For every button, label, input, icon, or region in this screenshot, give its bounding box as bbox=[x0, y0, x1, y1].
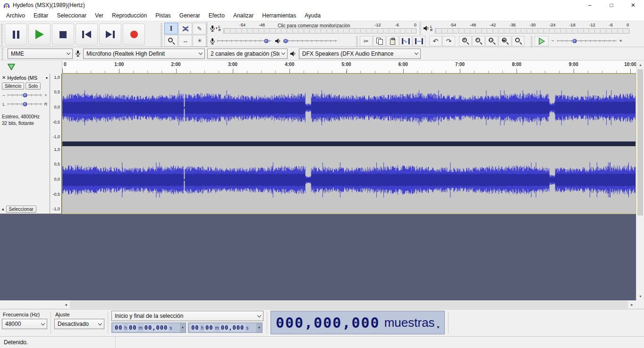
multi-tool-button[interactable]: ✳ bbox=[193, 35, 206, 47]
mute-button[interactable]: Silencio bbox=[2, 83, 24, 90]
paste-button[interactable] bbox=[386, 36, 399, 46]
toolbar-gripper[interactable] bbox=[531, 35, 533, 47]
waveform-left-channel[interactable] bbox=[62, 74, 636, 141]
scroll-up-button[interactable]: ▴ bbox=[636, 61, 644, 69]
zoom-in-button[interactable]: + bbox=[459, 36, 472, 46]
toolbar-gripper[interactable] bbox=[206, 35, 208, 47]
recording-device-select[interactable]: Micrófono (Realtek High Definit bbox=[83, 49, 205, 59]
minimize-button[interactable]: – bbox=[579, 0, 601, 10]
zoom-tool-button[interactable] bbox=[164, 35, 178, 47]
sample-rate-select[interactable]: 48000 bbox=[2, 319, 47, 329]
record-button[interactable] bbox=[123, 24, 145, 45]
menu-item[interactable]: Ver bbox=[91, 11, 108, 20]
pan-slider[interactable] bbox=[7, 101, 43, 108]
selection-mode-select[interactable]: Inicio y final de la selección bbox=[111, 311, 263, 321]
fit-project-button[interactable] bbox=[499, 36, 511, 46]
audio-position-counter[interactable]: 000,000,000 muestras ▾ bbox=[271, 311, 445, 334]
select-track-button[interactable]: Seleccionar bbox=[6, 206, 36, 213]
redo-button[interactable]: ↷ bbox=[442, 36, 455, 46]
silence-selection-button[interactable] bbox=[413, 36, 425, 46]
scroll-left-button[interactable]: ◂ bbox=[62, 302, 70, 307]
menu-item[interactable]: Generar bbox=[175, 11, 204, 20]
selection-tool-button[interactable]: I bbox=[164, 23, 178, 34]
channel-separator[interactable] bbox=[62, 141, 636, 146]
horizontal-scrollbar[interactable]: ◂ ▸ bbox=[62, 300, 636, 309]
speed-min-label: − bbox=[551, 39, 554, 43]
recording-volume-slider[interactable] bbox=[216, 38, 272, 44]
vertical-scrollbar[interactable]: ▴ ▾ bbox=[636, 61, 644, 300]
pulldown-triangle-icon bbox=[7, 63, 16, 71]
meter-tick-label: -54 bbox=[239, 23, 246, 27]
playback-volume-slider[interactable] bbox=[282, 38, 338, 44]
solo-button[interactable]: Solo bbox=[25, 83, 41, 90]
menu-item[interactable]: Ayuda bbox=[300, 11, 325, 20]
recording-volume-thumb[interactable] bbox=[264, 39, 269, 43]
close-button[interactable]: ✕ bbox=[622, 0, 644, 10]
time-shift-tool-button[interactable]: ↔ bbox=[178, 35, 192, 47]
menu-item[interactable]: Archivo bbox=[2, 11, 29, 20]
monitoring-message[interactable]: Clic para comenzar monitorización bbox=[278, 23, 350, 28]
menu-item[interactable]: Reproducción bbox=[108, 11, 151, 20]
undo-button[interactable]: ↶ bbox=[429, 36, 442, 46]
pause-button[interactable] bbox=[5, 24, 27, 45]
playback-meter[interactable]: -54-48-42-36-30-24-18-12-60 bbox=[434, 23, 630, 34]
toolbar-gripper[interactable] bbox=[161, 23, 162, 47]
waveform-right-channel[interactable] bbox=[62, 146, 636, 214]
scroll-down-button[interactable]: ▾ bbox=[636, 292, 644, 300]
pan-thumb[interactable] bbox=[23, 102, 27, 107]
menu-item[interactable]: Pistas bbox=[151, 11, 175, 20]
horizontal-scroll-track[interactable] bbox=[70, 300, 628, 309]
gain-thumb[interactable] bbox=[23, 93, 27, 98]
skip-to-end-button[interactable] bbox=[99, 24, 121, 45]
vertical-ruler[interactable]: 1,00,50,0-0,5-1,0 1,00,50,0-0,5-1,0 bbox=[50, 74, 62, 214]
time-format-caret-icon[interactable]: ▾ bbox=[180, 323, 186, 332]
selection-start-field[interactable]: 00h 00m 00,000s ▾ bbox=[111, 323, 186, 333]
timeline-options-button[interactable] bbox=[6, 62, 17, 72]
zoom-out-button[interactable]: − bbox=[472, 36, 485, 46]
menu-item[interactable]: Seleccionar bbox=[52, 11, 91, 20]
play-button[interactable] bbox=[28, 24, 51, 45]
audio-host-select[interactable]: MME bbox=[8, 49, 73, 59]
snap-select[interactable]: Desactivado bbox=[54, 319, 104, 329]
menu-item[interactable]: Herramientas bbox=[258, 11, 300, 20]
toolbar-gripper[interactable] bbox=[419, 22, 421, 34]
fit-selection-button[interactable] bbox=[485, 36, 498, 46]
menu-item[interactable]: Efecto bbox=[204, 11, 229, 20]
maximize-button[interactable]: □ bbox=[601, 0, 622, 10]
draw-tool-button[interactable]: ✎ bbox=[193, 23, 206, 34]
selection-end-field[interactable]: 00h 00m 00,000s ▾ bbox=[188, 323, 263, 333]
counter-format-caret-icon[interactable]: ▾ bbox=[437, 324, 440, 330]
track-close-button[interactable]: ✕ bbox=[2, 75, 6, 80]
time-format-caret-icon[interactable]: ▾ bbox=[256, 323, 262, 332]
track-menu-caret-icon[interactable]: ▾ bbox=[46, 76, 48, 80]
collapse-track-button[interactable]: ▴ bbox=[2, 207, 4, 211]
play-at-speed-button[interactable] bbox=[534, 36, 549, 46]
recording-meter[interactable]: -54-48-12-60 Clic para comenzar monitori… bbox=[222, 23, 417, 34]
track-name[interactable]: Hydefos (MS bbox=[7, 75, 45, 81]
toolbar-gripper[interactable] bbox=[1, 47, 3, 60]
envelope-tool-button[interactable] bbox=[178, 23, 192, 34]
zoom-toggle-button[interactable] bbox=[512, 36, 525, 46]
toolbar-gripper[interactable] bbox=[206, 22, 208, 34]
playback-speed-thumb[interactable] bbox=[572, 39, 576, 43]
scroll-right-button[interactable]: ▸ bbox=[628, 302, 636, 307]
copy-button[interactable] bbox=[373, 36, 386, 46]
playback-device-select[interactable]: DFX Speakers (DFX Audio Enhance bbox=[299, 49, 421, 59]
vertical-scroll-thumb[interactable] bbox=[637, 69, 643, 215]
cut-button[interactable]: ✂ bbox=[360, 36, 373, 46]
track-view[interactable]: ✕ Hydefos (MS ▾ Silencio Solo – + bbox=[0, 74, 644, 300]
timeline-ruler[interactable]: 01:002:003:004:005:006:007:008:009:0010:… bbox=[62, 61, 636, 74]
gain-slider[interactable] bbox=[7, 92, 43, 99]
recording-channels-select[interactable]: 2 canales de grabación (Ster bbox=[207, 49, 288, 59]
stop-button[interactable] bbox=[52, 24, 74, 45]
skip-to-start-button[interactable] bbox=[76, 24, 98, 45]
toolbar-gripper[interactable] bbox=[1, 23, 3, 46]
horizontal-scroll-thumb[interactable] bbox=[70, 301, 628, 308]
playback-volume-thumb[interactable] bbox=[284, 39, 288, 43]
meter-menu-caret-icon[interactable]: ▾ bbox=[216, 26, 218, 30]
toolbar-gripper[interactable] bbox=[356, 35, 358, 47]
trim-outside-selection-button[interactable] bbox=[399, 36, 412, 46]
menu-item[interactable]: Analizar bbox=[229, 11, 258, 20]
menu-item[interactable]: Editar bbox=[29, 11, 52, 20]
playback-speed-slider[interactable] bbox=[556, 38, 618, 44]
